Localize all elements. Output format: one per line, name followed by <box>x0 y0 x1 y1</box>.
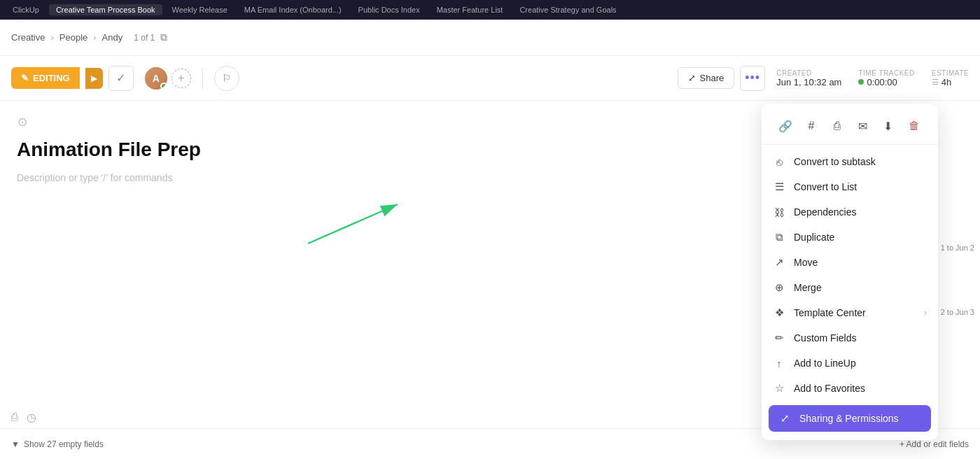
subtask-icon: ⎋ <box>773 155 785 168</box>
download-icon: ⬇ <box>883 120 892 133</box>
add-to-favorites-item[interactable]: ☆ Add to Favorites <box>762 376 938 401</box>
dropdown-icons-row: 🔗 # ⎙ ✉ ⬇ 🗑 <box>762 108 938 145</box>
tab-weekly-release[interactable]: Weekly Release <box>165 4 234 15</box>
list-icon: ☰ <box>773 181 785 193</box>
breadcrumb-andy[interactable]: Andy <box>102 32 123 43</box>
checkmark-icon: ✓ <box>116 71 125 85</box>
breadcrumb-bar: Creative › People › Andy 1 of 1 ⧉ <box>0 20 980 56</box>
link-icon-btn[interactable]: 🔗 <box>774 115 797 137</box>
merge-label: Merge <box>794 282 822 293</box>
convert-list-label: Convert to List <box>794 181 857 192</box>
move-icon: ↗ <box>773 256 785 269</box>
editing-arrow-button[interactable]: ▶ <box>85 68 103 89</box>
trash-icon: 🗑 <box>909 120 920 132</box>
dependencies-label: Dependencies <box>794 206 857 218</box>
estimate-icon: ☰ <box>932 78 939 87</box>
link-icon: 🔗 <box>778 120 792 133</box>
add-edit-fields-button[interactable]: + Add or edit fields <box>899 439 969 449</box>
dependencies-item[interactable]: ⛓ Dependencies <box>762 199 938 225</box>
dots-icon: ••• <box>745 71 760 85</box>
merge-item[interactable]: ⊕ Merge <box>762 275 938 300</box>
time-tracked-meta: TIME TRACKED 0:00:00 <box>858 69 914 87</box>
duplicate-label: Duplicate <box>794 232 834 243</box>
editing-label: EDITING <box>33 73 70 83</box>
toolbar-divider-1 <box>202 68 203 89</box>
template-center-item[interactable]: ❖ Template Center › <box>762 300 938 325</box>
template-center-label: Template Center <box>794 307 866 318</box>
move-item[interactable]: ↗ Move <box>762 250 938 275</box>
dropdown-menu: 🔗 # ⎙ ✉ ⬇ 🗑 ⎋ Convert to subtask ☰ Conve… <box>762 104 938 440</box>
duplicate-icon: ⧉ <box>773 231 785 243</box>
trash-icon-btn[interactable]: 🗑 <box>903 115 925 137</box>
tab-ma-email[interactable]: MA Email Index (Onboard...) <box>237 4 349 15</box>
tab-clickup[interactable]: ClickUp <box>6 4 46 15</box>
avatar[interactable]: A <box>144 66 169 91</box>
svg-line-1 <box>308 204 398 243</box>
tab-master-feature[interactable]: Master Feature List <box>430 4 510 15</box>
created-label: CREATED <box>776 69 841 77</box>
meta-group: CREATED Jun 1, 10:32 am TIME TRACKED 0:0… <box>776 69 969 87</box>
avatar-group: A + <box>144 66 191 91</box>
add-edit-label: + Add or edit fields <box>899 439 969 449</box>
favorites-icon: ☆ <box>773 382 785 395</box>
add-favorites-label: Add to Favorites <box>794 383 865 394</box>
flag-icon: ⚐ <box>222 72 231 85</box>
tab-creative-strategy[interactable]: Creative Strategy and Goals <box>512 4 623 15</box>
sharing-permissions-item[interactable]: ⤢ Sharing & Permissions <box>769 405 931 432</box>
history-bottom-icon[interactable]: ◷ <box>27 411 36 424</box>
email-icon-btn[interactable]: ✉ <box>851 115 874 137</box>
more-options-button[interactable]: ••• <box>740 66 765 91</box>
show-fields-label: Show 27 empty fields <box>24 439 104 449</box>
time-tracked-label: TIME TRACKED <box>858 69 914 77</box>
chevron-right-icon: › <box>924 308 927 318</box>
dependency-icon: ⛓ <box>773 206 785 218</box>
convert-subtask-label: Convert to subtask <box>794 156 876 167</box>
sharing-label: Sharing & Permissions <box>799 413 899 424</box>
download-icon-btn[interactable]: ⬇ <box>877 115 899 137</box>
toolbar: ✎ EDITING ▶ ✓ A + ⚐ ⤢ Share ••• CREATED … <box>0 56 980 101</box>
editing-button[interactable]: ✎ EDITING <box>11 67 80 89</box>
tabs-bar: ClickUp Creative Team Process Book Weekl… <box>0 0 980 20</box>
hash-icon-btn[interactable]: # <box>800 115 822 137</box>
toolbar-right: ⤢ Share ••• CREATED Jun 1, 10:32 am TIME… <box>678 66 969 91</box>
editing-pencil-icon: ✎ <box>21 73 29 83</box>
custom-fields-icon: ✏ <box>773 332 785 344</box>
show-fields-button[interactable]: ▼ Show 27 empty fields <box>11 439 104 449</box>
online-dot <box>160 83 167 90</box>
custom-fields-label: Custom Fields <box>794 332 856 344</box>
add-to-lineup-item[interactable]: ↑ Add to LineUp <box>762 351 938 376</box>
add-person-button[interactable]: + <box>172 69 191 88</box>
breadcrumb-creative[interactable]: Creative <box>11 32 45 43</box>
tab-public-docs[interactable]: Public Docs Index <box>351 4 427 15</box>
merge-icon: ⊕ <box>773 281 785 294</box>
share-label: Share <box>700 73 724 83</box>
breadcrumb-people[interactable]: People <box>59 32 88 43</box>
estimate-value: ☰ 4h <box>932 77 969 87</box>
share-icon: ⤢ <box>688 73 696 83</box>
estimate-label: ESTIMATE <box>932 69 969 77</box>
sharing-icon: ⤢ <box>778 412 791 425</box>
email-icon: ✉ <box>858 120 867 133</box>
template-icon: ❖ <box>773 306 785 319</box>
print-bottom-icon[interactable]: ⎙ <box>11 411 18 424</box>
breadcrumb-sep-1: › <box>50 32 53 43</box>
breadcrumb-sep-2: › <box>93 32 96 43</box>
duplicate-item[interactable]: ⧉ Duplicate <box>762 225 938 250</box>
flag-button[interactable]: ⚐ <box>214 66 239 91</box>
chevron-down-icon: ▼ <box>11 439 20 449</box>
created-value: Jun 1, 10:32 am <box>776 77 841 87</box>
print-icon: ⎙ <box>834 120 841 132</box>
print-icon-btn[interactable]: ⎙ <box>826 115 848 137</box>
bottom-icons: ⎙ ◷ <box>11 411 36 424</box>
checkmark-button[interactable]: ✓ <box>108 66 134 91</box>
convert-to-list-item[interactable]: ☰ Convert to List <box>762 174 938 199</box>
breadcrumb-count: 1 of 1 <box>134 33 155 43</box>
convert-to-subtask-item[interactable]: ⎋ Convert to subtask <box>762 149 938 174</box>
move-label: Move <box>794 257 818 268</box>
tracking-dot <box>858 79 864 85</box>
tab-creative-process[interactable]: Creative Team Process Book <box>49 4 162 15</box>
custom-fields-item[interactable]: ✏ Custom Fields <box>762 325 938 351</box>
share-button[interactable]: ⤢ Share <box>678 67 735 89</box>
copy-icon[interactable]: ⧉ <box>160 31 167 43</box>
lineup-icon: ↑ <box>773 357 785 369</box>
